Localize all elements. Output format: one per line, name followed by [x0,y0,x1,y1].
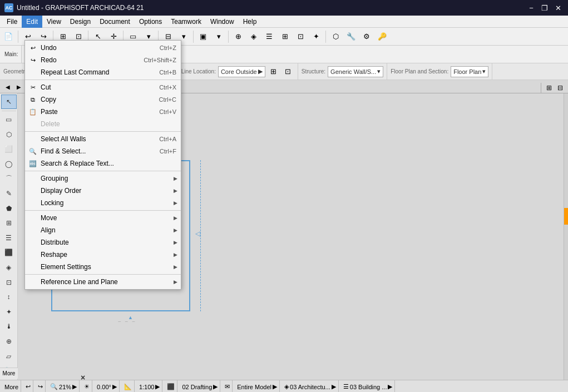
tool17[interactable]: 🔑 [375,29,389,44]
view-control-button[interactable]: ⊞ [544,83,555,93]
menu-cut[interactable]: ✂ Cut Ctrl+X [25,81,181,93]
menu-reshape[interactable]: Reshape [25,249,181,261]
menu-copy[interactable]: ⧉ Copy Ctrl+C [25,93,181,106]
lt-slab[interactable]: ◯ [1,157,17,171]
new-button[interactable]: 📄 [1,29,16,44]
menu-locking[interactable]: Locking [25,197,181,209]
floorplan-dropdown[interactable]: Floor Plan ▾ [451,66,488,77]
lt-line[interactable]: ⊡ [1,275,17,290]
col1-value: 03 Architectu... [290,384,330,390]
lt-fill[interactable]: ⬛ [1,246,17,260]
more-button[interactable]: More [0,368,18,379]
lt-text[interactable]: ⊕ [1,334,17,349]
layer-icon-status[interactable]: ⬛ [165,380,177,392]
sun-icon: ☀ [84,383,90,390]
tool15[interactable]: 🔧 [344,29,358,44]
lt-select[interactable]: ↖ [1,95,17,109]
menu-help[interactable]: Help [239,16,261,28]
angle-value: 0.00° [97,384,111,390]
menu-element-settings[interactable]: Element Settings [25,261,181,273]
model-status[interactable]: Entire Model ▶ [235,380,280,392]
lt-door[interactable]: ✎ [1,186,17,201]
tool9[interactable]: ◈ [246,29,261,44]
lt-column[interactable]: ⬡ [1,127,17,142]
lt-dim[interactable]: 🌡 [1,320,17,334]
structure-dropdown[interactable]: Generic Wall/S... ▾ [328,66,383,77]
fill-button[interactable]: ▣ [196,29,210,44]
menu-window[interactable]: Window [206,16,239,28]
menu-file[interactable]: File [2,16,22,28]
angle-status[interactable]: 0.00° ▶ [95,380,120,392]
menu-design[interactable]: Design [66,16,95,28]
col2-status[interactable]: ☰ 03 Building ... ▶ [341,380,396,392]
scale-icon-status[interactable]: 📐 [122,380,135,392]
menu-move[interactable]: Move [25,212,181,224]
menu-select-all[interactable]: Select All Walls Ctrl+A [25,133,181,145]
floorplan-section: Floor Plan and Section: Floor Plan ▾ [387,63,492,80]
tool16[interactable]: ⚙ [359,29,374,44]
edit-menu: ↩ Undo Ctrl+Z ↪ Redo Ctrl+Shift+Z Repeat… [24,40,181,290]
cut-icon: ✂ [27,84,38,91]
lt-hatch[interactable]: ◈ [1,260,17,275]
tool10[interactable]: ☰ [262,29,276,44]
menu-search-replace[interactable]: 🔤 Search & Replace Text... [25,157,181,170]
restore-button[interactable]: ❐ [539,2,550,13]
scale-status[interactable]: 1:100 ▶ [137,380,163,392]
menu-paste[interactable]: 📋 Paste Ctrl+V [25,106,181,118]
tool13[interactable]: ✦ [309,29,323,44]
undo-status[interactable]: ↩ [23,380,33,392]
wall-v-right [189,160,190,311]
scrollbar-handle[interactable] [564,208,568,225]
refline2-button[interactable]: ⊡ [282,66,294,78]
menu-view[interactable]: View [42,16,66,28]
redo-status[interactable]: ↪ [36,380,46,392]
tab-back-button[interactable]: ◀ [2,82,13,92]
lt-stair[interactable]: ⊞ [1,216,17,231]
zoom-status[interactable]: 🔍 21% ▶ [48,380,80,392]
view-control2-button[interactable]: ⊟ [555,83,566,93]
menu-document[interactable]: Document [95,16,135,28]
lt-beam[interactable]: ⬜ [1,142,17,157]
tab-forward-button[interactable]: ▶ [13,82,24,92]
envelope-status[interactable]: ✉ [223,380,233,392]
more-status[interactable]: More [2,380,21,392]
col2-icon: ☰ [343,383,349,390]
toolbar-sep-8 [325,31,326,43]
lt-polyline[interactable]: ✦ [1,305,17,319]
menu-repeat[interactable]: Repeat Last Command Ctrl+B [25,66,181,78]
tool8[interactable]: ⊕ [231,29,245,44]
menu-undo[interactable]: ↩ Undo Ctrl+Z [25,42,181,54]
lt-label[interactable]: ▱ [1,349,17,364]
tool11[interactable]: ⊞ [278,29,292,44]
lt-window[interactable]: ⬟ [1,201,17,216]
core-outside-dropdown[interactable]: Core Outside ▶ [218,66,265,77]
menu-align[interactable]: Align [25,224,181,236]
lt-zone[interactable]: ☰ [1,231,17,245]
model-value: Entire Model [237,384,271,390]
menu-options[interactable]: Options [135,16,166,28]
col1-status[interactable]: ◈ 03 Architectu... ▶ [282,380,339,392]
tool12[interactable]: ⊡ [293,29,308,44]
refline-button[interactable]: ⊞ [268,66,280,78]
minimize-button[interactable]: − [526,2,537,13]
sun-status[interactable]: ☀ [82,380,92,392]
copy-shortcut: Ctrl+C [159,96,176,103]
menu-delete[interactable]: Delete [25,118,181,130]
undo-label: Undo [41,44,57,52]
menu-teamwork[interactable]: Teamwork [166,16,206,28]
tool14[interactable]: ⬡ [328,29,343,44]
menu-find[interactable]: 🔍 Find & Select... Ctrl+F [25,145,181,157]
menu-distribute[interactable]: Distribute [25,236,181,249]
menu-redo[interactable]: ↪ Redo Ctrl+Shift+Z [25,54,181,66]
layer-status[interactable]: 02 Drafting ▶ [180,380,220,392]
menu-grouping[interactable]: Grouping [25,172,181,185]
lt-wall[interactable]: ▭ [1,112,17,127]
menu-edit[interactable]: Edit [22,16,42,28]
menu-display-order[interactable]: Display Order [25,185,181,197]
menu-ref-line[interactable]: Reference Line and Plane [25,276,181,288]
fill-drop-button[interactable]: ▾ [211,29,226,44]
lt-arc[interactable]: ↕ [1,290,17,304]
close-button[interactable]: ✕ [552,2,564,13]
right-scrollbar[interactable] [564,93,568,380]
lt-roof[interactable]: ⌒ [1,172,17,186]
